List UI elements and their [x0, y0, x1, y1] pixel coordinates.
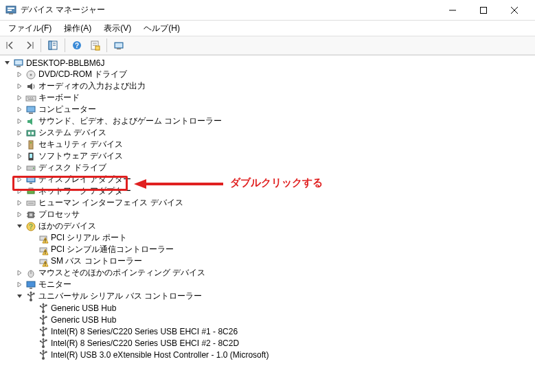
tree-node[interactable]: マウスとそのほかのポインティング デバイス — [0, 267, 535, 279]
tree-child-label: Intel(R) 8 Series/C220 Series USB EHCI #… — [51, 327, 238, 336]
tree-child[interactable]: Intel(R) 8 Series/C220 Series USB EHCI #… — [0, 325, 535, 337]
svg-rect-75 — [33, 292, 35, 295]
expander-icon[interactable] — [15, 164, 23, 172]
svg-rect-29 — [32, 97, 33, 98]
tree-node[interactable]: ユニバーサル シリアル バス コントローラー — [0, 290, 535, 302]
usb-icon — [38, 338, 49, 349]
tree-node[interactable]: コンピューター — [0, 104, 535, 115]
expander-icon[interactable] — [15, 292, 23, 301]
menu-view[interactable]: 表示(V) — [98, 21, 137, 36]
expander-icon[interactable] — [15, 71, 23, 79]
tree-node-label: オーディオの入力および出力 — [38, 80, 146, 92]
close-button[interactable] — [499, 0, 530, 20]
expander-icon[interactable] — [15, 187, 23, 196]
scan-button[interactable] — [111, 37, 127, 54]
svg-point-101 — [40, 340, 41, 341]
tree-child-label: Intel(R) 8 Series/C220 Series USB EHCI #… — [51, 338, 239, 348]
tree-node[interactable]: キーボード — [0, 92, 535, 104]
network-icon — [25, 186, 36, 197]
tree-child[interactable]: !SM バス コントローラー — [0, 255, 535, 267]
tree-node[interactable]: プロセッサ — [0, 209, 535, 220]
svg-rect-19 — [115, 43, 122, 47]
svg-point-25 — [30, 73, 32, 76]
svg-rect-3 — [9, 13, 13, 14]
expander-icon[interactable] — [15, 106, 23, 114]
back-button[interactable] — [3, 37, 19, 54]
expander-icon[interactable] — [3, 59, 11, 67]
help-button[interactable]: ? — [69, 37, 85, 54]
tree-node[interactable]: オーディオの入力および出力 — [0, 80, 535, 92]
tree-node[interactable]: ヒューマン インターフェイス デバイス — [0, 197, 535, 209]
hid-icon — [25, 198, 36, 209]
svg-rect-27 — [27, 97, 29, 98]
tree-child[interactable]: Intel(R) 8 Series/C220 Series USB EHCI #… — [0, 337, 535, 349]
tree-node-label: ほかのデバイス — [38, 220, 96, 232]
tree-node[interactable]: システム デバイス — [0, 127, 535, 139]
tree-child[interactable]: Generic USB Hub — [0, 314, 535, 325]
expander-spacer — [27, 339, 36, 347]
forward-button[interactable] — [21, 37, 37, 54]
expander-icon[interactable] — [15, 141, 23, 149]
tree-node[interactable]: モニター — [0, 279, 535, 290]
show-hide-button[interactable] — [45, 37, 61, 54]
display-icon — [25, 174, 36, 185]
svg-rect-96 — [45, 327, 47, 330]
menu-help[interactable]: ヘルプ(H) — [138, 21, 185, 36]
tree-child[interactable]: !PCI シンプル通信コントローラー — [0, 244, 535, 255]
tree-node-label: ディスプレイ アダプター — [38, 174, 131, 185]
tree-node-label: ヒューマン インターフェイス デバイス — [38, 197, 183, 209]
usb-icon — [38, 314, 49, 325]
expander-icon[interactable] — [15, 82, 23, 91]
expander-icon[interactable] — [15, 152, 23, 161]
tree-content[interactable]: DESKTOP-BBLBM6JDVD/CD-ROM ドライブオーディオの入力およ… — [0, 55, 535, 391]
monitor-icon — [25, 279, 36, 290]
tree-node[interactable]: ?ほかのデバイス — [0, 220, 535, 232]
tree-child-label: PCI シンプル通信コントローラー — [51, 244, 174, 255]
toolbar-separator — [41, 38, 41, 52]
tree-node-label: セキュリティ デバイス — [38, 139, 123, 150]
window-title: デバイス マネージャー — [21, 4, 437, 16]
expander-icon[interactable] — [15, 281, 23, 289]
svg-rect-110 — [45, 351, 47, 353]
tree-node[interactable]: セキュリティ デバイス — [0, 139, 535, 150]
properties-button[interactable] — [87, 37, 103, 54]
minimize-button[interactable] — [437, 0, 468, 20]
svg-rect-44 — [30, 183, 32, 184]
tree-root[interactable]: DESKTOP-BBLBM6J — [0, 57, 535, 69]
computer-icon — [13, 58, 24, 69]
svg-rect-23 — [16, 66, 21, 67]
maximize-button[interactable] — [468, 0, 499, 20]
tree-node-label: コンピューター — [38, 104, 96, 115]
tree-child[interactable]: !PCI シリアル ポート — [0, 232, 535, 244]
tree-node-label: モニター — [38, 279, 71, 290]
svg-rect-32 — [29, 113, 33, 114]
expander-icon[interactable] — [15, 222, 23, 231]
svg-rect-43 — [27, 177, 34, 181]
tree-node[interactable]: サウンド、ビデオ、およびゲーム コントローラー — [0, 115, 535, 127]
expander-icon[interactable] — [15, 176, 23, 184]
tree-node-label: ネットワーク アダプター — [38, 185, 131, 197]
expander-icon[interactable] — [15, 199, 23, 207]
expander-icon[interactable] — [15, 117, 23, 126]
svg-rect-82 — [45, 304, 47, 306]
svg-marker-76 — [30, 291, 32, 293]
computer-icon — [25, 104, 36, 115]
svg-rect-28 — [30, 97, 31, 98]
tree-child[interactable]: Intel(R) USB 3.0 eXtensible Host Control… — [0, 349, 535, 360]
software-icon — [25, 151, 36, 162]
tree-node[interactable]: ネットワーク アダプター — [0, 185, 535, 197]
expander-icon[interactable] — [15, 129, 23, 137]
expander-icon[interactable] — [15, 211, 23, 219]
tree-child[interactable]: Generic USB Hub — [0, 302, 535, 314]
tree-node[interactable]: ディスプレイ アダプター — [0, 174, 535, 185]
menu-action[interactable]: 操作(A) — [58, 21, 97, 36]
expander-icon[interactable] — [15, 269, 23, 277]
tree-node[interactable]: ソフトウェア デバイス — [0, 150, 535, 162]
expander-icon[interactable] — [15, 94, 23, 102]
tree-node[interactable]: ディスク ドライブ — [0, 162, 535, 174]
tree-node[interactable]: DVD/CD-ROM ドライブ — [0, 69, 535, 80]
svg-marker-111 — [42, 349, 45, 351]
usb-icon — [25, 291, 36, 302]
menu-file[interactable]: ファイル(F) — [3, 21, 57, 36]
svg-marker-83 — [42, 303, 45, 305]
